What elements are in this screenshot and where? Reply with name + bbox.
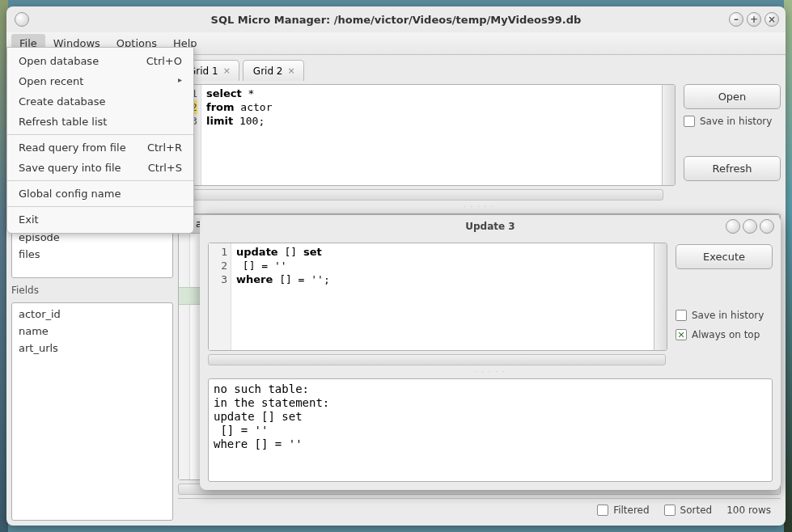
menu-exit[interactable]: Exit — [7, 209, 193, 230]
list-item[interactable]: art_urls — [12, 340, 172, 357]
error-output: no such table: in the statement: update … — [208, 378, 773, 482]
execute-button[interactable]: Execute — [676, 244, 773, 269]
fields-list[interactable]: actor_id name art_urls — [11, 302, 173, 521]
code-area[interactable]: select * from actor limit 100; — [201, 85, 662, 185]
chevron-right-icon: ▸ — [178, 75, 182, 87]
minimize-icon[interactable]: – — [729, 12, 743, 27]
menu-save-query[interactable]: Save query into fileCtrl+S — [7, 158, 193, 178]
close-icon[interactable]: × — [764, 12, 779, 27]
tabs: Grid 1× Grid 2× — [178, 60, 781, 81]
scrollbar-vertical[interactable] — [662, 85, 675, 185]
menu-open-recent[interactable]: Open recent▸ — [7, 71, 193, 91]
scrollbar-horizontal[interactable] — [178, 189, 663, 201]
file-menu-dropdown: Open databaseCtrl+O Open recent▸ Create … — [6, 47, 194, 234]
close-icon[interactable] — [15, 12, 29, 27]
dialog-title: Update 3 — [465, 221, 515, 232]
list-item[interactable]: name — [12, 323, 172, 340]
dialog-titlebar: Update 3 — [200, 215, 781, 238]
close-icon[interactable]: × — [223, 65, 231, 76]
code-area[interactable]: update [] set [] = '' where [] = ''; — [231, 243, 654, 350]
update-query-editor[interactable]: 123 update [] set [] = '' where [] = ''; — [208, 243, 667, 351]
minimize-icon[interactable] — [726, 219, 740, 234]
close-icon[interactable]: × — [288, 65, 295, 76]
save-in-history-checkbox[interactable]: Save in history — [684, 116, 781, 127]
titlebar: SQL Micro Manager: /home/victor/Videos/t… — [6, 6, 786, 32]
menu-read-query[interactable]: Read query from fileCtrl+R — [7, 137, 193, 158]
menu-create-database[interactable]: Create database — [7, 91, 193, 112]
close-icon[interactable] — [760, 219, 774, 234]
open-button[interactable]: Open — [684, 84, 781, 109]
splitter-icon[interactable]: · · · · · — [178, 204, 781, 210]
list-item[interactable]: files — [12, 246, 172, 263]
maximize-icon[interactable] — [743, 219, 757, 234]
sorted-checkbox[interactable]: Sorted — [664, 505, 713, 516]
refresh-button[interactable]: Refresh — [684, 156, 781, 181]
window-title: SQL Micro Manager: /home/victor/Videos/t… — [211, 14, 582, 26]
line-gutter: 123 — [209, 243, 231, 350]
menu-open-database[interactable]: Open databaseCtrl+O — [7, 51, 193, 71]
maximize-icon[interactable]: + — [747, 12, 761, 27]
row-count: 100 rows — [726, 505, 771, 516]
filtered-checkbox[interactable]: Filtered — [597, 505, 649, 516]
query-editor[interactable]: 123 select * from actor limit 100; — [178, 84, 676, 186]
fields-label: Fields — [11, 283, 173, 298]
splitter-icon[interactable]: · · · · · — [208, 369, 773, 375]
tab-grid-2[interactable]: Grid 2× — [243, 60, 304, 81]
menu-global-config[interactable]: Global config name — [7, 184, 193, 204]
always-on-top-checkbox[interactable]: Always on top — [676, 329, 773, 340]
statusbar: Filtered Sorted 100 rows — [178, 498, 781, 521]
scrollbar-vertical[interactable] — [654, 243, 667, 350]
scrollbar-horizontal[interactable] — [208, 354, 666, 365]
list-item[interactable]: actor_id — [12, 306, 172, 323]
menu-refresh-table-list[interactable]: Refresh table list — [7, 112, 193, 132]
update-dialog: Update 3 123 update [] set [] = '' where… — [200, 215, 781, 490]
save-in-history-checkbox[interactable]: Save in history — [676, 310, 773, 321]
